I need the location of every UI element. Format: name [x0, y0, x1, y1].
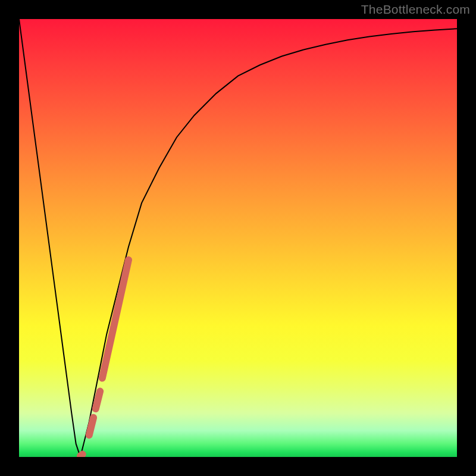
highlight-dash-0 [80, 455, 83, 456]
highlight-dash-3 [102, 260, 129, 378]
highlight-dash-1 [89, 418, 93, 435]
bottleneck-curve-path [19, 19, 457, 457]
plot-area [19, 19, 457, 457]
chart-frame: TheBottleneck.com [0, 0, 476, 476]
highlight-dash-group [80, 260, 129, 456]
chart-svg [19, 19, 457, 457]
highlight-dash-2 [96, 392, 100, 409]
watermark-text: TheBottleneck.com [361, 2, 470, 17]
